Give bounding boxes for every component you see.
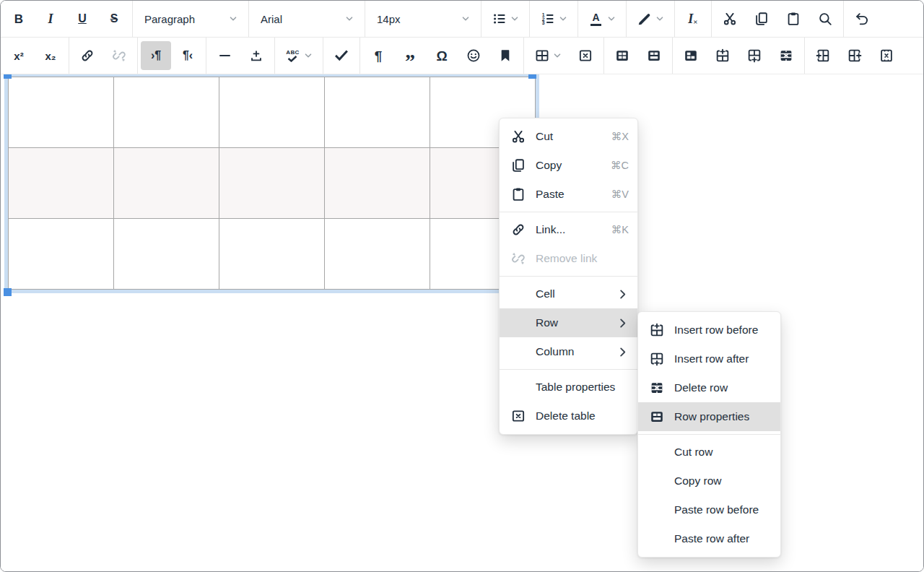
special-character-button[interactable]: Ω bbox=[427, 41, 457, 70]
table-cell[interactable] bbox=[219, 219, 325, 290]
checkmark-button[interactable] bbox=[326, 41, 357, 70]
row-properties-button[interactable] bbox=[639, 41, 669, 70]
table-cell[interactable] bbox=[325, 148, 430, 219]
text-color-button[interactable]: A bbox=[581, 4, 623, 33]
menu-item-cell[interactable]: Cell bbox=[500, 280, 637, 308]
delete-row-button[interactable] bbox=[771, 41, 801, 70]
menu-item-row-properties[interactable]: Row properties bbox=[638, 402, 780, 431]
menu-item-insert-row-before[interactable]: Insert row before bbox=[638, 316, 780, 344]
horizontal-rule-button[interactable] bbox=[209, 41, 240, 70]
menu-item-link[interactable]: Link...⌘K bbox=[500, 215, 637, 244]
menu-item-remove-link[interactable]: Remove link bbox=[500, 244, 637, 273]
menu-item-paste[interactable]: Paste⌘V bbox=[500, 180, 637, 209]
highlight-color-button[interactable] bbox=[629, 4, 671, 33]
blockquote-icon: ” bbox=[401, 47, 419, 64]
insert-table-button[interactable] bbox=[527, 41, 569, 70]
subscript-icon: x₂ bbox=[42, 47, 59, 64]
menu-item-copy[interactable]: Copy⌘C bbox=[500, 151, 637, 180]
table-cell[interactable] bbox=[9, 219, 114, 290]
menu-item-cut-row[interactable]: Cut row bbox=[638, 438, 780, 467]
editor-canvas[interactable] bbox=[1, 74, 923, 571]
underline-button[interactable]: U bbox=[67, 4, 97, 33]
menu-item-insert-row-after[interactable]: Insert row after bbox=[638, 344, 780, 373]
toolbar-group bbox=[604, 38, 672, 74]
menu-icon-spacer bbox=[648, 472, 666, 490]
menu-item-paste-row-after[interactable]: Paste row after bbox=[638, 524, 780, 553]
clear-formatting-button[interactable]: I× bbox=[678, 4, 708, 33]
font-size-select[interactable]: 14px bbox=[369, 4, 477, 33]
link-icon bbox=[510, 221, 527, 238]
superscript-button[interactable]: x² bbox=[4, 41, 34, 70]
paragraph-marks-button[interactable]: ¶ bbox=[363, 41, 393, 70]
merge-cells-button[interactable] bbox=[676, 41, 706, 70]
cut-button[interactable] bbox=[715, 4, 745, 33]
remove-link-button[interactable] bbox=[104, 41, 134, 70]
italic-button[interactable]: I bbox=[35, 4, 66, 33]
insert-link-button[interactable] bbox=[72, 41, 103, 70]
menu-item-delete-row[interactable]: Delete row bbox=[638, 373, 780, 402]
menu-icon-spacer bbox=[510, 314, 527, 332]
paste-button[interactable] bbox=[778, 4, 808, 33]
search-button[interactable] bbox=[810, 4, 840, 33]
row-submenu: Insert row beforeInsert row afterDelete … bbox=[637, 311, 781, 558]
insert-row-after-button[interactable] bbox=[739, 41, 770, 70]
strikethrough-button[interactable]: S bbox=[99, 4, 129, 33]
paragraph-format-select[interactable]: Paragraph bbox=[136, 4, 245, 33]
toolbar-group bbox=[481, 1, 529, 37]
chevron-down-icon bbox=[606, 13, 617, 25]
delete-table-button[interactable] bbox=[570, 41, 601, 70]
table-cell[interactable] bbox=[114, 77, 219, 148]
checkmark-icon bbox=[333, 47, 350, 64]
menu-item-column[interactable]: Column bbox=[500, 337, 637, 366]
table-cell[interactable] bbox=[219, 77, 325, 148]
spellcheck-button[interactable]: ABC bbox=[278, 41, 320, 70]
table-cell[interactable] bbox=[219, 148, 325, 219]
menu-item-paste-row-before[interactable]: Paste row before bbox=[638, 495, 780, 524]
insert-row-before-button[interactable] bbox=[707, 41, 738, 70]
numbered-list-button[interactable]: 123 bbox=[533, 4, 575, 33]
left-to-right-button[interactable]: ›¶ bbox=[141, 41, 171, 70]
menu-icon-spacer bbox=[510, 285, 527, 303]
insert-row-after-icon bbox=[746, 47, 763, 64]
toolbar-group bbox=[805, 38, 905, 74]
undo-button[interactable] bbox=[847, 4, 877, 33]
menu-item-delete-table[interactable]: Delete table bbox=[500, 402, 637, 430]
bold-button[interactable]: B bbox=[4, 4, 34, 33]
table-cell[interactable] bbox=[9, 77, 114, 148]
toolbar-group: Arial bbox=[249, 1, 365, 37]
clipboard-icon bbox=[785, 10, 802, 27]
table-cell[interactable] bbox=[325, 219, 430, 290]
table-cell[interactable] bbox=[114, 148, 219, 219]
insert-col-before-icon bbox=[814, 47, 832, 64]
cell-properties-button[interactable] bbox=[607, 41, 637, 70]
copy-button[interactable] bbox=[746, 4, 777, 33]
bullet-list-icon bbox=[491, 10, 508, 27]
menu-item-copy-row[interactable]: Copy row bbox=[638, 467, 780, 495]
horizontal-rule-icon bbox=[216, 47, 233, 64]
toolbar-group bbox=[712, 1, 843, 37]
toolbar-row-1: BIUSParagraphArial14px123AI× bbox=[1, 1, 923, 38]
blockquote-button[interactable]: ” bbox=[395, 41, 425, 70]
insert-column-after-button[interactable] bbox=[840, 41, 870, 70]
menu-item-cut[interactable]: Cut⌘X bbox=[500, 122, 637, 151]
table-cell[interactable] bbox=[9, 148, 114, 219]
menu-item-table-properties[interactable]: Table properties bbox=[500, 373, 637, 402]
anchor-button[interactable] bbox=[490, 41, 520, 70]
menu-item-row[interactable]: Row bbox=[500, 308, 637, 337]
right-to-left-button[interactable]: ¶‹ bbox=[173, 41, 203, 70]
subscript-button[interactable]: x₂ bbox=[35, 41, 66, 70]
font-family-select[interactable]: Arial bbox=[253, 4, 361, 33]
unlink-icon bbox=[110, 47, 128, 64]
nonbreaking-space-button[interactable] bbox=[241, 41, 271, 70]
delete-column-button[interactable] bbox=[871, 41, 902, 70]
emoticons-button[interactable] bbox=[458, 41, 489, 70]
menu-separator bbox=[638, 434, 780, 435]
table-cell[interactable] bbox=[325, 77, 430, 148]
clipboard-icon bbox=[510, 186, 527, 203]
selection-handle-bottom-left[interactable] bbox=[4, 288, 12, 296]
ltr-icon: ›¶ bbox=[147, 47, 165, 64]
menu-icon-spacer bbox=[510, 343, 527, 360]
insert-column-before-button[interactable] bbox=[808, 41, 838, 70]
bullet-list-button[interactable] bbox=[484, 4, 526, 33]
table-cell[interactable] bbox=[114, 219, 219, 290]
